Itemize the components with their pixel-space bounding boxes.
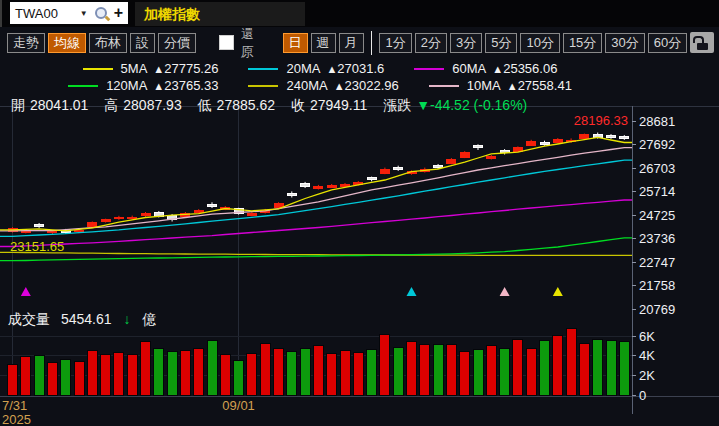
period-60min-button[interactable]: 60分 <box>648 33 687 53</box>
price-axis-label: 23736 <box>639 231 675 246</box>
tab-price-volume[interactable]: 分價 <box>158 33 196 53</box>
candle <box>194 210 203 212</box>
period-3min-button[interactable]: 3分 <box>450 33 482 53</box>
period-15min-button[interactable]: 15分 <box>563 33 602 53</box>
volume-bar <box>553 335 563 395</box>
volume-bar <box>234 361 244 395</box>
volume-bar <box>420 344 430 395</box>
volume-bar <box>606 340 616 395</box>
candle <box>101 220 110 222</box>
price-axis-label: 21758 <box>639 278 675 293</box>
candle <box>208 204 217 206</box>
high-label: 高 <box>104 97 118 113</box>
ma-legend-row: 5MA ▲ 27775.26 20MA ▲ 27031.6 60MA ▲ 253… <box>0 60 640 77</box>
volume-bar <box>619 342 629 396</box>
quote-row: 開28041.01 高28087.93 低27885.62 收27949.11 … <box>11 97 527 115</box>
chart-toolbar: 走勢 均線 布林 設 分價 還原 日 週 月 1分 2分 3分 5分 10分 1… <box>0 27 719 58</box>
volume-bar <box>47 363 57 395</box>
lock-button[interactable] <box>690 32 714 53</box>
line-swatch-60ma <box>414 68 444 70</box>
legend-item-120ma: 120MA ▲ 23765.33 <box>68 78 218 93</box>
candle <box>141 213 150 216</box>
candle <box>380 169 389 173</box>
period-2min-button[interactable]: 2分 <box>415 33 447 53</box>
volume-bar <box>566 328 576 395</box>
period-week-button[interactable]: 週 <box>311 33 336 53</box>
price-axis-label: 27692 <box>639 137 675 152</box>
tab-bollinger[interactable]: 布林 <box>89 33 127 53</box>
ma-legend-row: 120MA ▲ 23765.33 240MA ▲ 23022.96 10MA ▲… <box>0 77 640 94</box>
volume-bar <box>154 348 164 395</box>
volume-bar <box>247 354 257 395</box>
volume-bar <box>540 340 550 395</box>
volume-bar <box>87 351 97 395</box>
change-label: 漲跌 <box>383 97 411 113</box>
volume-bar <box>101 355 111 395</box>
tab-trend[interactable]: 走勢 <box>7 33 45 53</box>
candle <box>327 185 336 187</box>
candle <box>341 185 350 187</box>
volume-bar <box>500 349 510 395</box>
volume-axis-label: 0 <box>639 388 646 403</box>
close-value: 27949.11 <box>310 97 367 113</box>
volume-bar <box>340 351 350 395</box>
ma-line-10MA <box>0 148 632 231</box>
high-annotation: 28196.33 <box>574 113 628 128</box>
candle <box>274 204 283 208</box>
restore-label: 還原 <box>241 25 267 61</box>
volume-value: 5454.61 <box>61 311 112 327</box>
volume-bar <box>34 356 44 395</box>
tab-settings[interactable]: 設 <box>130 33 155 53</box>
period-5min-button[interactable]: 5分 <box>485 33 517 53</box>
legend-item-10ma: 10MA ▲ 27558.41 <box>429 78 572 93</box>
legend-item-240ma: 240MA ▲ 23022.96 <box>248 78 398 93</box>
price-axis-label: 20769 <box>639 302 675 317</box>
candle <box>607 136 616 138</box>
tab-moving-average[interactable]: 均線 <box>48 33 86 53</box>
volume-bar <box>393 347 403 395</box>
search-icon[interactable] <box>95 6 110 21</box>
volume-bar <box>380 334 390 395</box>
candle <box>88 223 97 227</box>
chevron-down-icon[interactable]: ▼ <box>80 9 88 18</box>
volume-bar <box>327 354 337 395</box>
candle <box>128 217 137 219</box>
add-symbol-button[interactable]: + <box>114 3 123 23</box>
low-value: 27885.62 <box>217 97 275 113</box>
top-bar: TWA00 ▼ + 加權指數 <box>0 0 719 27</box>
restore-checkbox[interactable] <box>219 35 234 50</box>
candle <box>527 141 536 145</box>
volume-bar <box>194 349 204 395</box>
volume-bar <box>353 353 363 395</box>
volume-header: 成交量 5454.61 ↓ 億 <box>8 311 156 329</box>
up-triangle-icon: ▲ <box>326 63 337 75</box>
candle <box>540 142 549 144</box>
volume-axis-label: 2K <box>639 368 655 383</box>
period-30min-button[interactable]: 30分 <box>605 33 644 53</box>
period-1min-button[interactable]: 1分 <box>379 33 411 53</box>
volume-bar <box>274 349 284 395</box>
line-swatch-5ma <box>83 68 113 70</box>
volume-bar <box>61 360 71 395</box>
volume-unit: 億 <box>142 311 156 327</box>
ma-line-5MA <box>0 137 632 230</box>
up-triangle-icon: ▲ <box>153 80 164 92</box>
period-10min-button[interactable]: 10分 <box>520 33 559 53</box>
period-month-button[interactable]: 月 <box>339 33 364 53</box>
ma-line-240MA <box>0 252 632 255</box>
legend-item-20ma: 20MA ▲ 27031.6 <box>248 61 384 76</box>
period-day-button[interactable]: 日 <box>283 33 308 53</box>
legend-item-5ma: 5MA ▲ 27775.26 <box>83 61 219 76</box>
symbol-select[interactable]: TWA00 ▼ + <box>10 2 128 24</box>
line-swatch-240ma <box>248 85 278 87</box>
volume-bar <box>287 352 297 395</box>
price-axis-label: 22747 <box>639 255 675 270</box>
volume-bar <box>513 339 523 395</box>
volume-bar <box>460 352 470 395</box>
volume-bar <box>486 345 496 395</box>
volume-label: 成交量 <box>8 311 50 327</box>
volume-axis-label: 4K <box>639 348 655 363</box>
line-swatch-120ma <box>68 85 98 87</box>
yellow-signal-triangle-icon <box>553 287 563 296</box>
price-axis-label: 24725 <box>639 208 675 223</box>
